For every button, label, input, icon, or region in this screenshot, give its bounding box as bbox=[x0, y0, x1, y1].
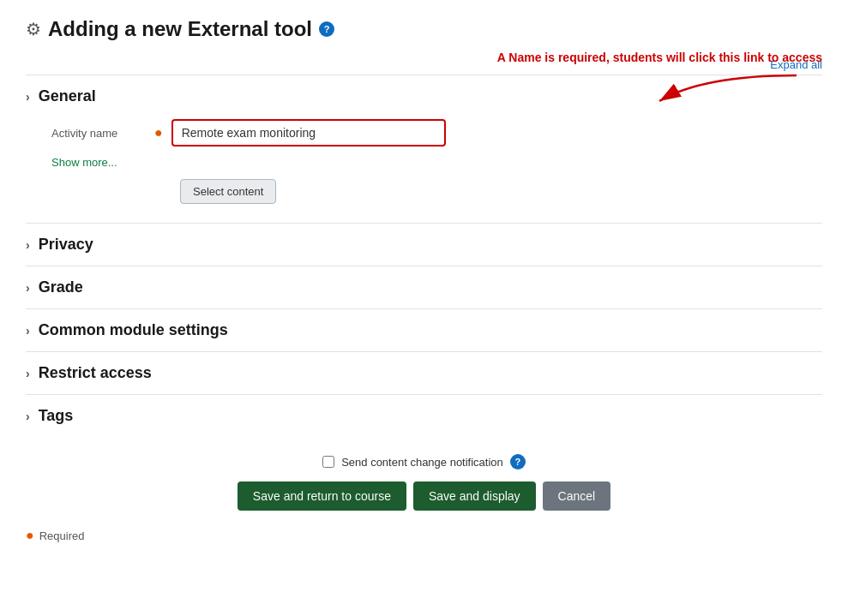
gear-icon: ⚙ bbox=[26, 19, 41, 39]
save-display-button[interactable]: Save and display bbox=[413, 481, 536, 511]
grade-section-header[interactable]: › Grade bbox=[26, 278, 822, 296]
privacy-section-header[interactable]: › Privacy bbox=[26, 236, 822, 254]
page-title-row: ⚙ Adding a new External tool ? bbox=[26, 17, 822, 41]
notification-label: Send content change notification bbox=[341, 456, 503, 469]
general-section: › General Activity name ● Show more... S… bbox=[26, 75, 822, 223]
grade-section-title: Grade bbox=[39, 278, 83, 296]
restrict-access-chevron: › bbox=[26, 367, 30, 380]
common-module-section-title: Common module settings bbox=[39, 321, 228, 339]
expand-annotation-row: Expand all A Name is required, students … bbox=[26, 58, 822, 71]
general-chevron: › bbox=[26, 90, 30, 104]
show-more-link[interactable]: Show more... bbox=[26, 156, 117, 169]
general-section-header[interactable]: › General bbox=[26, 87, 822, 105]
activity-name-field-row: Activity name ● bbox=[26, 119, 822, 147]
notification-row: Send content change notification ? bbox=[322, 454, 526, 469]
grade-chevron: › bbox=[26, 281, 30, 295]
general-section-title: General bbox=[39, 87, 96, 105]
required-dot-icon: ● bbox=[26, 528, 34, 543]
activity-name-input[interactable] bbox=[171, 119, 446, 147]
page-title: Adding a new External tool bbox=[48, 17, 312, 41]
cancel-button[interactable]: Cancel bbox=[543, 481, 611, 511]
tags-chevron: › bbox=[26, 410, 30, 423]
tags-section-header[interactable]: › Tags bbox=[26, 407, 822, 425]
privacy-chevron: › bbox=[26, 238, 30, 252]
notification-checkbox[interactable] bbox=[322, 456, 334, 468]
select-content-button[interactable]: Select content bbox=[180, 179, 276, 204]
required-text: Required bbox=[39, 529, 85, 542]
privacy-section-title: Privacy bbox=[39, 236, 93, 254]
tags-section-title: Tags bbox=[39, 407, 74, 425]
required-note: ● Required bbox=[26, 519, 822, 543]
save-return-button[interactable]: Save and return to course bbox=[238, 481, 406, 511]
restrict-access-section-title: Restrict access bbox=[39, 364, 152, 382]
notification-help-icon[interactable]: ? bbox=[510, 454, 526, 469]
common-module-chevron: › bbox=[26, 324, 30, 338]
page-help-icon[interactable]: ? bbox=[319, 21, 334, 37]
common-module-section: › Common module settings bbox=[26, 308, 822, 351]
select-content-row: Select content bbox=[26, 179, 822, 204]
expand-all-link[interactable]: Expand all bbox=[26, 58, 822, 71]
grade-section: › Grade bbox=[26, 266, 822, 308]
restrict-access-section: › Restrict access bbox=[26, 351, 822, 394]
footer-section: Send content change notification ? Save … bbox=[26, 437, 822, 519]
restrict-access-section-header[interactable]: › Restrict access bbox=[26, 364, 822, 382]
privacy-section: › Privacy bbox=[26, 223, 822, 266]
required-icon: ● bbox=[154, 125, 163, 141]
common-module-section-header[interactable]: › Common module settings bbox=[26, 321, 822, 339]
activity-name-label: Activity name bbox=[51, 127, 146, 140]
button-row: Save and return to course Save and displ… bbox=[238, 481, 610, 511]
tags-section: › Tags bbox=[26, 394, 822, 437]
